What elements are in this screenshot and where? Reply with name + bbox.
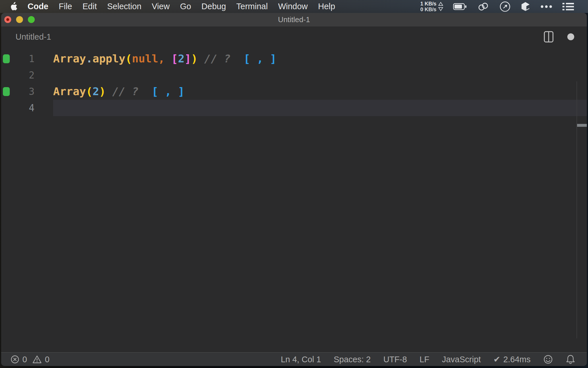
menu-item-go[interactable]: Go <box>180 2 191 11</box>
status-bar: 0 0 Ln 4, Col 1Spaces: 2UTF-8LFJavaScrip… <box>1 352 587 366</box>
gutter-spacer <box>3 103 10 112</box>
quokka-coverage-marker <box>3 87 10 96</box>
apple-logo-icon[interactable] <box>10 2 17 11</box>
editor-lines: 1Array.apply(null, [2]) // ? [ , ]23Arra… <box>1 47 587 116</box>
quokka-runtime-value: 2.64ms <box>503 355 531 364</box>
code-text: Array.apply(null, [2]) // ? [ , ] <box>53 51 276 67</box>
menu-item-file[interactable]: File <box>59 2 72 11</box>
close-window-button[interactable] <box>4 16 11 23</box>
status-item-indentation[interactable]: Spaces: 2 <box>334 355 371 364</box>
error-icon <box>10 355 20 364</box>
window-title: Untitled-1 <box>278 15 310 24</box>
menu-item-window[interactable]: Window <box>278 2 308 11</box>
editor-line-1[interactable]: 1Array.apply(null, [2]) // ? [ , ] <box>1 51 587 67</box>
line-number: 4 <box>10 102 34 114</box>
current-line-highlight <box>53 100 587 116</box>
upload-arrow-icon <box>438 2 443 6</box>
network-download-speed: 0 KB/s <box>420 7 436 12</box>
menu-item-edit[interactable]: Edit <box>82 2 97 11</box>
feedback-smiley-icon[interactable] <box>543 354 553 364</box>
status-item-encoding[interactable]: UTF-8 <box>383 355 407 364</box>
problems-indicator[interactable]: 0 0 <box>10 355 49 364</box>
editor-line-3[interactable]: 3Array(2) // ? [ , ] <box>1 83 587 100</box>
dirty-file-indicator[interactable] <box>567 33 574 40</box>
error-count: 0 <box>22 355 27 364</box>
line-number: 2 <box>10 70 34 81</box>
menu-item-selection[interactable]: Selection <box>107 2 141 11</box>
notifications-bell-icon[interactable] <box>566 354 575 365</box>
menu-item-view[interactable]: View <box>152 2 170 11</box>
code-text: Array(2) // ? [ , ] <box>53 83 185 100</box>
vscode-window: Untitled-1 Untitled-1 1Array.apply(null,… <box>1 13 587 366</box>
minimize-window-button[interactable] <box>16 16 23 23</box>
quokka-coverage-marker <box>3 54 10 63</box>
gutter-spacer <box>3 71 10 80</box>
unsaved-changes-dot <box>6 18 9 21</box>
cube-icon[interactable] <box>520 1 531 12</box>
code-editor[interactable]: 1Array.apply(null, [2]) // ? [ , ]23Arra… <box>1 47 587 352</box>
menu-item-terminal[interactable]: Terminal <box>236 2 268 11</box>
open-file-label: Untitled-1 <box>1 32 51 42</box>
menu-bar: CodeFileEditSelectionViewGoDebugTerminal… <box>0 0 588 13</box>
line-number: 1 <box>10 53 34 64</box>
status-item-language-mode[interactable]: JavaScript <box>442 355 481 364</box>
editor-line-4[interactable]: 4 <box>1 100 587 116</box>
menu-item-help[interactable]: Help <box>318 2 335 11</box>
linked-rings-icon[interactable] <box>477 2 490 11</box>
battery-icon[interactable] <box>453 3 467 10</box>
line-number: 3 <box>10 86 34 97</box>
status-item-cursor-position[interactable]: Ln 4, Col 1 <box>281 355 321 364</box>
network-speed-indicator[interactable]: 1 KB/s 0 KB/s <box>420 1 443 12</box>
menu-item-code[interactable]: Code <box>28 2 49 11</box>
warning-count: 0 <box>45 355 49 364</box>
ellipsis-icon[interactable] <box>540 5 552 8</box>
overview-ruler[interactable] <box>577 81 577 338</box>
menu-item-debug[interactable]: Debug <box>202 2 226 11</box>
quokka-runtime[interactable]: ✔ 2.64ms <box>494 354 531 364</box>
editor-line-2[interactable]: 2 <box>1 67 587 83</box>
network-upload-speed: 1 KB/s <box>420 1 436 7</box>
warning-icon <box>32 355 42 364</box>
zoom-window-button[interactable] <box>28 16 35 23</box>
download-arrow-icon <box>438 7 443 11</box>
check-icon: ✔ <box>494 354 500 364</box>
overview-ruler-cursor-mark <box>577 124 587 127</box>
status-item-eol[interactable]: LF <box>419 355 429 364</box>
clock-icon[interactable] <box>500 1 510 12</box>
split-editor-icon[interactable] <box>544 31 554 43</box>
editor-group-header: Untitled-1 <box>1 26 587 47</box>
list-icon[interactable] <box>562 2 574 11</box>
menu-items: CodeFileEditSelectionViewGoDebugTerminal… <box>28 2 345 11</box>
window-titlebar[interactable]: Untitled-1 <box>1 13 587 26</box>
